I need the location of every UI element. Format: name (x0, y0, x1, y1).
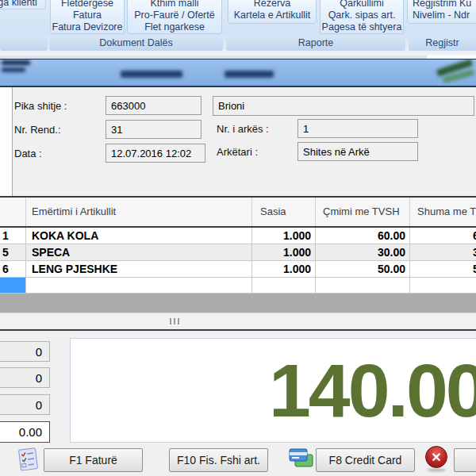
title-band (0, 59, 476, 87)
ribbon-item-pagesa-te-shtyera[interactable]: Pagesa të shtyera (321, 21, 403, 33)
ribbon-item-qark-sipas-art[interactable]: Qark. sipas art. (321, 10, 403, 21)
splitter-handle-icon[interactable] (170, 318, 181, 324)
ribbon-item-fatura-devizore[interactable]: Fatura Devizore (51, 21, 124, 33)
ribbon-group-label-regjistr: Regjistr (409, 36, 476, 51)
pika-shitje-label: Pika shitje : (14, 96, 67, 115)
cash-amount-field[interactable]: 0.00 (0, 421, 50, 443)
header-cell-price: Çmimi me TVSH (316, 198, 410, 226)
pos-window: ga klienti Fletdergese Fatura Fatura Dev… (0, 0, 476, 476)
ribbon-item-pro-faure[interactable]: Pro-Faurë / Ofertë (128, 10, 221, 21)
header-cell-qty: Sasia (252, 198, 316, 226)
table-row[interactable]: 6 LENG PJESHKE 1.000 50.00 50.00 (0, 261, 476, 278)
ribbon-item-rezerva[interactable]: Rezerva (228, 0, 316, 10)
ribbon-item-kthim-malli[interactable]: Kthim malli (128, 0, 221, 10)
partial-button-right[interactable] (454, 448, 476, 472)
row-number-cell: 1 (0, 228, 26, 244)
item-name-cell: LENG PJESHKE (26, 261, 252, 277)
data-field[interactable]: 12.07.2016 12:02 (106, 144, 205, 163)
pika-shitje-name-field[interactable]: Brioni (213, 96, 474, 116)
row-number-cell: 5 (0, 244, 26, 260)
summary-field-1[interactable]: 0 (0, 341, 50, 362)
table-scrollbar[interactable] (0, 294, 476, 313)
items-table: Emërtimi i Artikullit Sasia Çmimi me TVS… (0, 196, 476, 294)
ribbon-item-fletdergese[interactable]: Fletdergese (51, 0, 124, 10)
blurred-text (2, 67, 25, 72)
nr-arkes-field[interactable]: 1 (298, 119, 418, 138)
ribbon-group-label-partial (0, 36, 48, 51)
sum-cell: 50.00 (410, 261, 476, 277)
ribbon-stack-raporte-1: Rezerva Kartela e Artikullit (228, 0, 317, 24)
payment-panel: 0 0 0 0.00 140.00 F1 Faturë F10 Fis. (0, 329, 476, 476)
header-cell-rownum (0, 198, 26, 226)
price-cell (316, 278, 410, 293)
splitter-bar[interactable] (0, 313, 476, 329)
summary-field-3[interactable]: 0 (0, 394, 50, 415)
item-name-cell: KOKA KOLA (26, 228, 252, 244)
qty-cell: 1.000 (252, 228, 316, 244)
close-icon-shadow (427, 468, 446, 472)
ribbon-stack-dokument-2: Kthim malli Pro-Faurë / Ofertë Flet ngar… (127, 0, 222, 34)
ribbon-stack-dokument-1: Fletdergese Fatura Fatura Devizore (50, 0, 125, 34)
ribbon-group-label-dokument-dales: Dokument Dalës (49, 36, 223, 51)
ribbon-group-label-raporte: Raporte (226, 36, 405, 51)
ribbon-item-fatura[interactable]: Fatura (51, 10, 124, 21)
arketari-label: Arkëtari : (217, 142, 258, 161)
nr-arkes-label: Nr. i arkës : (217, 119, 269, 138)
table-row[interactable]: 5 SPECA 1.000 30.00 30.00 (0, 244, 476, 261)
ribbon-item-flet-ngarkese[interactable]: Flet ngarkese (128, 21, 221, 33)
header-cell-sum: Shuma me TVSH (410, 198, 476, 226)
blurred-text (121, 71, 182, 78)
ribbon-toolbar: ga klienti Fletdergese Fatura Fatura Dev… (0, 0, 476, 56)
blurred-text (225, 71, 274, 78)
ribbon-item-kartela-artikullit[interactable]: Kartela e Artikullit (228, 10, 316, 21)
qty-cell (252, 278, 316, 293)
blurred-text (2, 60, 30, 65)
data-label: Data : (14, 144, 42, 163)
invoice-icon[interactable] (16, 447, 40, 473)
f1-fature-button[interactable]: F1 Faturë (44, 448, 143, 472)
pika-shitje-code-field[interactable]: 663000 (106, 96, 202, 115)
summary-field-2[interactable]: 0 (0, 367, 50, 388)
table-header: Emërtimi i Artikullit Sasia Çmimi me TVS… (0, 198, 476, 226)
row-number-cell: 6 (0, 261, 26, 277)
sum-cell: 30.00 (410, 244, 476, 260)
ribbon-item-qarkullimi[interactable]: Qarkullimi (321, 0, 403, 10)
total-amount: 140.00 (269, 347, 476, 434)
table-row-empty[interactable] (0, 278, 476, 294)
nr-rend-label: Nr. Rend.: (14, 120, 61, 139)
item-name-cell (26, 278, 252, 293)
left-panel-edge (0, 87, 13, 196)
total-display: 140.00 (70, 338, 476, 443)
nr-rend-field[interactable]: 31 (106, 120, 202, 139)
price-cell: 60.00 (316, 228, 410, 244)
selected-cell[interactable] (0, 278, 26, 293)
qty-cell: 1.000 (252, 261, 316, 277)
qty-cell: 1.000 (252, 244, 316, 260)
credit-card-icon[interactable] (288, 446, 314, 470)
f10-fshi-art-button[interactable]: F10 Fis. Fshi art. (169, 448, 268, 472)
ribbon-item-regjistrim[interactable]: Regjistrim Ku (408, 0, 476, 10)
close-icon[interactable]: ✕ (425, 446, 447, 468)
ribbon-item-partial-left[interactable]: ga klienti (0, 0, 46, 10)
price-cell: 30.00 (316, 244, 410, 260)
f8-credit-card-button[interactable]: F8 Credit Card (316, 448, 415, 472)
header-cell-name: Emërtimi i Artikullit (26, 198, 252, 226)
price-cell: 50.00 (316, 261, 410, 277)
sum-cell: 60.00 (410, 228, 476, 244)
ribbon-stack-regjistr: Regjistrim Ku Nivelim - Ndr (407, 0, 476, 24)
item-name-cell: SPECA (26, 244, 252, 260)
sum-cell (410, 278, 476, 293)
arketari-field[interactable]: Shites në Arkë (298, 142, 418, 161)
ribbon-item-nivelim[interactable]: Nivelim - Ndr (408, 10, 476, 21)
ribbon-stack-raporte-2: Qarkullimi Qark. sipas art. Pagesa të sh… (320, 0, 404, 34)
table-row[interactable]: 1 KOKA KOLA 1.000 60.00 60.00 (0, 228, 476, 244)
